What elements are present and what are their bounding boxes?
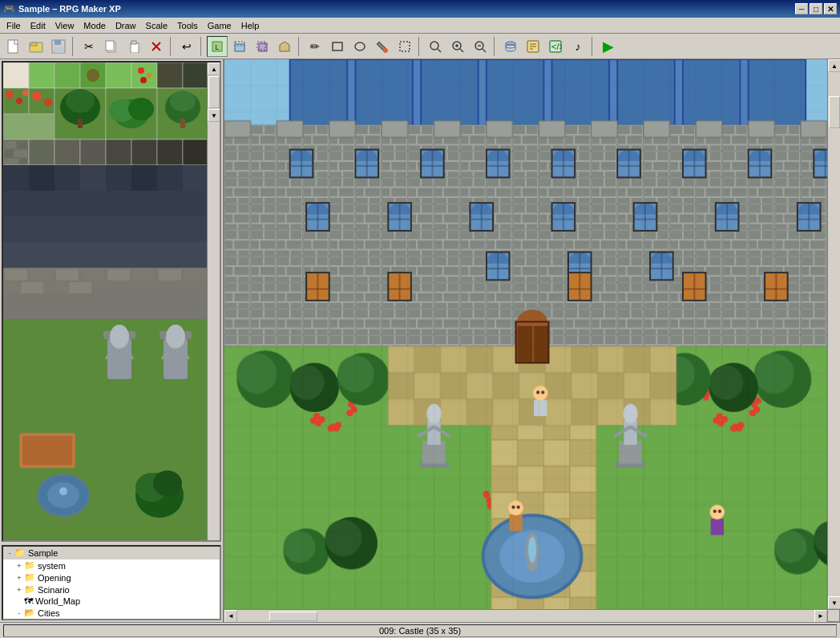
svg-rect-73 <box>5 150 13 157</box>
open-button[interactable] <box>26 36 46 57</box>
map-canvas[interactable] <box>224 59 840 622</box>
menu-mode[interactable]: Mode <box>79 19 111 32</box>
svg-rect-88 <box>80 165 106 191</box>
svg-rect-107 <box>45 282 67 293</box>
tileset-scroll-thumb[interactable] <box>208 76 220 108</box>
tree-item-castle-town[interactable]: + 🗺 Castle Town <box>3 619 220 620</box>
svg-rect-69 <box>180 119 185 128</box>
map-scroll-v-thumb[interactable] <box>829 96 840 128</box>
fill-button[interactable] <box>372 36 393 57</box>
layer0-button[interactable]: L <box>207 36 228 57</box>
copy-button[interactable] <box>101 36 122 57</box>
svg-rect-80 <box>106 139 131 165</box>
scroll-corner <box>827 609 840 622</box>
svg-rect-122 <box>22 436 72 465</box>
menu-game[interactable]: Game <box>203 19 236 32</box>
pencil-button[interactable]: ✏ <box>305 36 325 57</box>
svg-point-68 <box>170 91 196 111</box>
zoom-in-button[interactable] <box>447 36 468 57</box>
map-scrollbar-vertical[interactable]: ▲ ▼ <box>827 59 840 609</box>
main-container: ▲ ▼ - 📁 Sample + 📁 system <box>0 59 840 622</box>
svg-rect-101 <box>107 269 130 281</box>
rect-button[interactable] <box>327 36 348 57</box>
database-button[interactable] <box>500 36 521 57</box>
maximize-button[interactable]: □ <box>810 3 822 14</box>
svg-rect-7 <box>131 43 139 53</box>
svg-rect-98 <box>30 269 53 281</box>
svg-rect-91 <box>157 165 183 191</box>
svg-rect-104 <box>184 269 207 281</box>
tileset-scrollbar[interactable]: ▲ ▼ <box>207 63 220 540</box>
svg-marker-17 <box>280 42 289 51</box>
audio-button[interactable]: ♪ <box>567 36 588 57</box>
svg-point-22 <box>430 42 438 50</box>
menu-help[interactable]: Help <box>236 19 265 32</box>
svg-point-54 <box>22 90 29 96</box>
close-button[interactable]: ✕ <box>824 3 837 14</box>
map-scroll-left-button[interactable]: ◄ <box>224 610 237 623</box>
layer3-button[interactable] <box>274 36 295 57</box>
separator-1 <box>72 37 75 56</box>
zoom-out-button[interactable] <box>470 36 491 57</box>
svg-rect-71 <box>5 141 16 148</box>
svg-rect-85 <box>3 165 29 191</box>
map-scroll-right-button[interactable]: ► <box>814 610 827 623</box>
map-scroll-up-button[interactable]: ▲ <box>828 59 840 72</box>
svg-point-47 <box>147 73 151 78</box>
tree-root-sample[interactable]: - 📁 Sample <box>3 547 220 559</box>
menu-draw[interactable]: Draw <box>111 19 141 32</box>
svg-rect-18 <box>333 42 342 50</box>
tree-item-world-map[interactable]: 🗺 World_Map <box>3 596 220 607</box>
menu-view[interactable]: View <box>50 19 79 32</box>
map-scroll-h-thumb[interactable] <box>269 612 317 621</box>
select-button[interactable] <box>394 36 415 57</box>
svg-rect-79 <box>80 139 106 165</box>
save-button[interactable] <box>48 36 69 57</box>
svg-point-19 <box>355 42 365 50</box>
cut-button[interactable]: ✂ <box>79 36 99 57</box>
undo-button[interactable]: ↩ <box>176 36 197 57</box>
zoom-normal-button[interactable] <box>425 36 446 57</box>
play-button[interactable]: ▶ <box>598 36 619 57</box>
map-area[interactable]: ▲ ▼ ◄ ► <box>224 59 840 622</box>
menu-tools[interactable]: Tools <box>172 19 203 32</box>
tree-item-cities[interactable]: - 📂 Cities <box>3 607 220 619</box>
tree-item-opening[interactable]: + 📁 Opening <box>3 571 220 583</box>
tree-expand-icon: - <box>5 549 14 557</box>
tileset-canvas <box>3 63 215 540</box>
script-button[interactable]: </> <box>545 36 566 57</box>
svg-rect-49 <box>157 63 183 88</box>
map-scroll-down-button[interactable]: ▼ <box>828 596 840 609</box>
svg-rect-81 <box>131 139 157 165</box>
svg-point-60 <box>66 89 95 113</box>
tree-item-system[interactable]: + 📁 system <box>3 559 220 571</box>
svg-rect-44 <box>106 63 131 88</box>
event-button[interactable] <box>523 36 543 57</box>
menu-edit[interactable]: Edit <box>26 19 50 32</box>
layer1-button[interactable] <box>229 36 250 57</box>
delete-button[interactable] <box>146 36 167 57</box>
svg-rect-95 <box>3 242 215 268</box>
svg-text:</>: </> <box>551 42 562 51</box>
svg-rect-39 <box>3 63 29 88</box>
map-scrollbar-horizontal[interactable]: ◄ ► <box>224 609 827 622</box>
tree-item-scinario[interactable]: + 📁 Scinario <box>3 583 220 596</box>
minimize-button[interactable]: ─ <box>795 3 808 14</box>
status-bar: 009: Castle (35 x 35) <box>0 622 840 638</box>
tileset-scroll-up[interactable]: ▲ <box>208 63 220 75</box>
svg-rect-72 <box>18 141 27 148</box>
menu-file[interactable]: File <box>2 19 26 32</box>
new-button[interactable] <box>3 36 24 57</box>
menu-scale[interactable]: Scale <box>141 19 173 32</box>
svg-rect-4 <box>54 47 63 53</box>
tileset-scroll-down[interactable]: ▼ <box>208 109 220 122</box>
paste-button[interactable] <box>123 36 144 57</box>
svg-rect-61 <box>78 119 83 128</box>
app-icon: 🎮 <box>3 3 15 14</box>
circle-button[interactable] <box>349 36 370 57</box>
tileset-area[interactable]: ▲ ▼ <box>2 61 221 542</box>
separator-7 <box>592 37 595 56</box>
layer2-button[interactable] <box>252 36 273 57</box>
svg-point-53 <box>16 98 22 104</box>
svg-point-128 <box>153 470 182 496</box>
